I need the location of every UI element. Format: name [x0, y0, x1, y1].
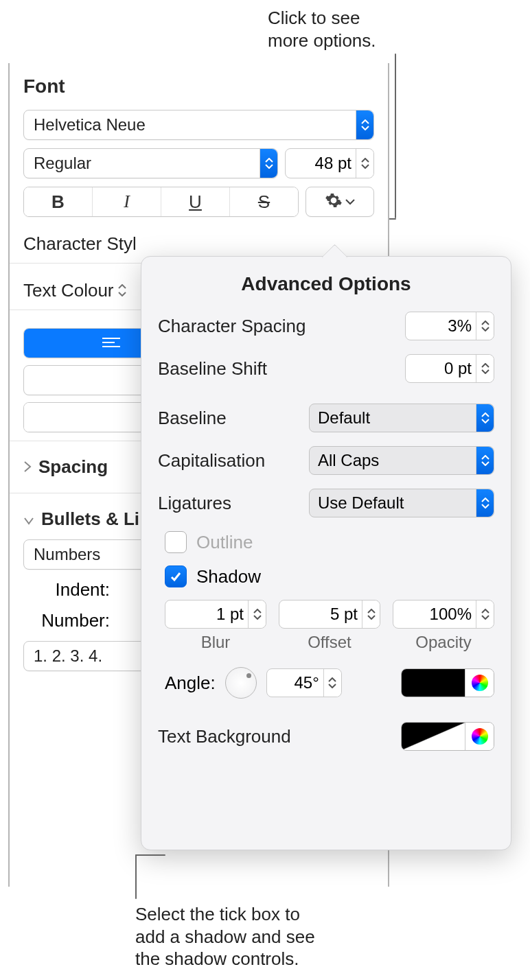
chevron-up-down-icon: [260, 149, 277, 178]
baseline-shift-stepper[interactable]: [405, 354, 494, 383]
text-background-swatch[interactable]: [402, 723, 465, 750]
ligatures-value: Use Default: [310, 493, 476, 513]
character-spacing-label: Character Spacing: [158, 316, 405, 337]
annotation-line: [135, 854, 165, 856]
stepper-arrows-icon[interactable]: [476, 312, 494, 340]
chevron-up-down-icon: [476, 404, 494, 432]
colour-picker-button[interactable]: [465, 669, 494, 697]
font-family-select[interactable]: Helvetica Neue: [23, 110, 374, 140]
baseline-select[interactable]: Default: [309, 404, 494, 432]
indent-label: Indent:: [23, 579, 119, 600]
advanced-options-button[interactable]: [306, 187, 374, 217]
shadow-opacity-stepper[interactable]: [393, 600, 494, 629]
capitalisation-select[interactable]: All Caps: [309, 446, 494, 475]
font-style-value: Regular: [24, 154, 260, 173]
outline-checkbox[interactable]: [165, 531, 187, 553]
angle-label: Angle:: [165, 673, 216, 694]
ligatures-select[interactable]: Use Default: [309, 489, 494, 517]
annotation-line: [135, 854, 137, 899]
text-background-label: Text Background: [158, 726, 401, 747]
advanced-options-popover: Advanced Options Character Spacing Basel…: [141, 256, 511, 850]
angle-dial[interactable]: [225, 667, 257, 699]
spacing-label: Spacing: [38, 456, 108, 478]
stepper-arrows-icon[interactable]: [362, 600, 380, 628]
capitalisation-label: Capitalisation: [158, 450, 309, 471]
character-style-row[interactable]: Character Styl: [23, 233, 374, 255]
text-background-colour-well[interactable]: [401, 722, 494, 751]
baseline-shift-label: Baseline Shift: [158, 358, 405, 380]
colour-wheel-icon: [472, 728, 488, 745]
outline-label: Outline: [196, 532, 253, 553]
shadow-checkbox[interactable]: [165, 565, 187, 587]
shadow-blur-input[interactable]: [165, 605, 248, 624]
text-style-segment: B I U S: [23, 187, 299, 217]
stepper-arrows-icon[interactable]: [323, 669, 341, 697]
font-family-value: Helvetica Neue: [24, 115, 356, 135]
character-spacing-stepper[interactable]: [405, 312, 494, 340]
stepper-arrows-icon[interactable]: [248, 600, 266, 628]
chevron-down-icon: [23, 509, 34, 530]
colour-picker-button[interactable]: [465, 723, 494, 750]
baseline-label: Baseline: [158, 408, 309, 429]
character-spacing-input[interactable]: [406, 316, 476, 336]
annotation-top: Click to see more options.: [268, 7, 376, 51]
baseline-value: Default: [310, 408, 476, 428]
shadow-blur-stepper[interactable]: [165, 600, 266, 629]
font-size-stepper[interactable]: [285, 148, 374, 178]
stepper-arrows-icon[interactable]: [476, 355, 494, 382]
shadow-offset-stepper[interactable]: [279, 600, 380, 629]
chevron-right-icon: [23, 456, 32, 478]
popover-title: Advanced Options: [158, 273, 494, 295]
strikethrough-button[interactable]: S: [230, 187, 298, 216]
shadow-colour-well[interactable]: [401, 668, 494, 697]
text-colour-label: Text Colour: [23, 280, 114, 301]
font-style-select[interactable]: Regular: [23, 148, 278, 178]
shadow-offset-input[interactable]: [279, 605, 362, 624]
annotation-line: [395, 54, 396, 218]
baseline-shift-input[interactable]: [406, 359, 476, 378]
colour-wheel-icon: [472, 675, 488, 691]
shadow-colour-swatch[interactable]: [402, 669, 465, 697]
chevron-up-down-icon: [356, 110, 373, 139]
stepper-arrows-icon[interactable]: [356, 149, 373, 178]
gear-icon: [325, 191, 343, 212]
annotation-bottom: Select the tick box to add a shadow and …: [135, 903, 315, 970]
character-style-label: Character Styl: [23, 233, 137, 255]
chevron-down-icon: [345, 196, 355, 208]
capitalisation-value: All Caps: [310, 451, 476, 470]
offset-label: Offset: [279, 633, 380, 652]
stepper-arrows-icon[interactable]: [476, 600, 494, 628]
ligatures-label: Ligatures: [158, 493, 309, 514]
underline-button[interactable]: U: [161, 187, 230, 216]
chevron-up-down-icon: [118, 280, 126, 301]
outline-checkbox-row[interactable]: Outline: [165, 531, 494, 553]
font-section-title: Font: [23, 75, 374, 97]
shadow-checkbox-row[interactable]: Shadow: [165, 565, 494, 587]
number-label: Number:: [23, 610, 119, 631]
blur-label: Blur: [165, 633, 266, 652]
chevron-up-down-icon: [476, 489, 494, 517]
italic-button[interactable]: I: [93, 187, 161, 216]
font-size-input[interactable]: [286, 154, 356, 173]
bullets-label: Bullets & Li: [41, 509, 139, 530]
shadow-label: Shadow: [196, 566, 261, 587]
bold-button[interactable]: B: [24, 187, 93, 216]
angle-input[interactable]: [267, 673, 323, 692]
shadow-opacity-input[interactable]: [393, 605, 476, 624]
chevron-up-down-icon: [476, 447, 494, 474]
opacity-label: Opacity: [393, 633, 494, 652]
angle-stepper[interactable]: [266, 668, 342, 697]
